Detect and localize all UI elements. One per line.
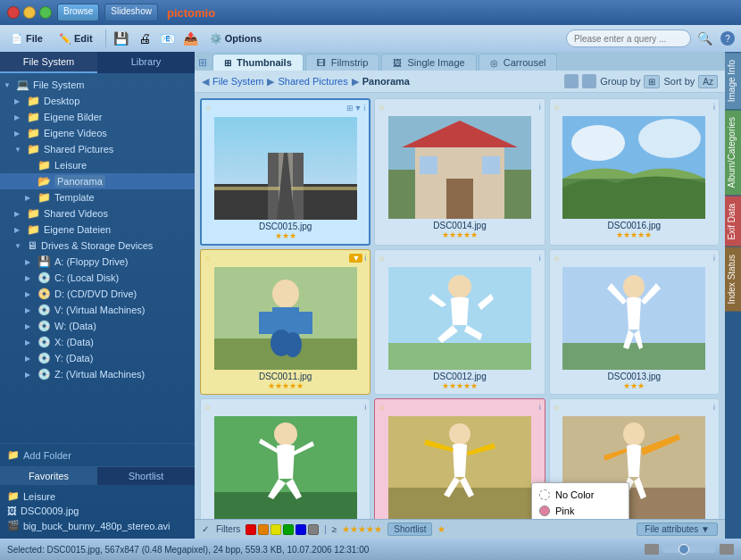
minimize-button[interactable] [23, 6, 36, 19]
breadcrumb-filesystem[interactable]: File System [212, 76, 263, 87]
title-bar: Browse Slideshow pictomio [0, 0, 741, 25]
filter-color-red[interactable] [246, 524, 256, 535]
print-icon[interactable]: 🖨 [135, 29, 154, 48]
tree-item-floppy[interactable]: ▶ 💾 A: (Floppy Drive) [0, 254, 195, 270]
grid-view-icon[interactable]: ⊞ [198, 56, 207, 69]
view-size-icon[interactable] [582, 74, 596, 88]
breadcrumb-shared-pictures[interactable]: Shared Pictures [278, 76, 347, 87]
right-tab-image-info[interactable]: Image Info [725, 52, 741, 109]
zoom-out-icon[interactable] [645, 544, 659, 555]
tree-item-z-drive[interactable]: ▶ 💿 Z: (Virtual Machines) [0, 366, 195, 382]
add-folder-button[interactable]: 📁 Add Folder [0, 443, 195, 466]
image-cell-dsc0013[interactable]: ☆ i DSC0013.jpg ★★★ [549, 249, 720, 395]
zoom-slider[interactable] [662, 546, 716, 553]
image-cell-dsc0014[interactable]: ☆ i DSC0014.jpg ★★★★★ [374, 98, 545, 246]
tree-item-desktop[interactable]: ▶ 📁 Desktop [0, 93, 195, 109]
browse-button[interactable]: Browse [57, 4, 99, 21]
right-tab-index[interactable]: Index Status [725, 247, 741, 312]
tab-file-system[interactable]: File System [0, 52, 97, 73]
cell-info-btn[interactable]: i [713, 403, 715, 412]
tree-item-drives[interactable]: ▼ 🖥 Drives & Storage Devices [0, 238, 195, 254]
shortlist-button[interactable]: Shortlist [387, 522, 432, 536]
group-by-button[interactable]: ⊞ [644, 75, 660, 88]
color-dropdown: No Color Pink Yellow Green [531, 482, 629, 519]
fav-item-leisure[interactable]: 📁 Leisure [0, 489, 195, 504]
cell-header: ☆ i [204, 403, 366, 412]
image-cell-dsc0015[interactable]: ☆ ⊞▼ i [200, 98, 370, 246]
cell-info-btn[interactable]: i [364, 254, 366, 263]
tree-item-shared-pictures[interactable]: ▼ 📁 Shared Pictures [0, 141, 195, 157]
tab-carrousel[interactable]: ◎ Carrousel [479, 54, 558, 71]
svg-rect-22 [299, 312, 312, 334]
cell-info-btn[interactable]: i [713, 254, 715, 263]
fav-item-dsc0009[interactable]: 🖼 DSC0009.jpg [0, 504, 195, 518]
tree-item-x-drive[interactable]: ▶ 💿 X: (Data) [0, 334, 195, 350]
image-cell-dsc0011[interactable]: ☆ ▼ i [200, 249, 370, 395]
label-color-btn[interactable]: ▼ [349, 254, 362, 263]
tree-item-eigene-bilder[interactable]: ▶ 📁 Eigene Bilder [0, 109, 195, 125]
filter-color-orange[interactable] [258, 524, 269, 535]
tree-item-y-drive[interactable]: ▶ 💿 Y: (Data) [0, 350, 195, 366]
share-icon[interactable]: 📤 [181, 29, 201, 48]
shortlist-tab[interactable]: Shortlist [97, 467, 195, 485]
sort-order-button[interactable]: Az [698, 75, 718, 88]
tree-item-c-drive[interactable]: ▶ 💿 C: (Local Disk) [0, 270, 195, 286]
svg-rect-10 [446, 179, 473, 219]
image-cell-dsc0012[interactable]: ☆ i DSC0012.jpg ★★★★★ [374, 249, 545, 395]
back-arrow-icon[interactable]: ◀ [202, 76, 209, 88]
tree-item-v-drive[interactable]: ▶ 💿 V: (Virtual Machines) [0, 302, 195, 318]
cell-info-btn[interactable]: i [539, 254, 541, 263]
maximize-button[interactable] [39, 6, 52, 19]
tree-item-eigene-dateien[interactable]: ▶ 📁 Eigene Dateien [0, 221, 195, 238]
color-option-none[interactable]: No Color [532, 487, 629, 503]
tree-item-template[interactable]: ▶ 📁 Template [0, 189, 195, 205]
cell-menu-btn[interactable]: ⊞▼ [346, 104, 362, 113]
right-tab-exif[interactable]: Exif Data [725, 196, 741, 247]
tab-single-image[interactable]: 🖼 Single Image [381, 54, 476, 71]
tree-item-eigene-videos[interactable]: ▶ 📁 Eigene Videos [0, 125, 195, 141]
zoom-in-icon[interactable] [720, 544, 734, 555]
filter-color-blue[interactable] [296, 524, 306, 535]
tree-item-dvd[interactable]: ▶ 📀 D: (CD/DVD Drive) [0, 286, 195, 302]
breadcrumb: ◀ File System ▶ Shared Pictures ▶ Panora… [195, 71, 725, 93]
file-menu[interactable]: 📄 File [4, 30, 50, 47]
image-cell-dsc0016[interactable]: ☆ i DSC0016.jpg ★★★★★ [549, 98, 720, 246]
save-icon[interactable]: 💾 [112, 29, 131, 48]
filter-color-green[interactable] [283, 524, 294, 535]
filter-color-gray[interactable] [308, 524, 319, 535]
right-tab-album[interactable]: Album/Categories [725, 109, 741, 195]
filter-color-yellow[interactable] [271, 524, 281, 535]
cell-info-btn[interactable]: i [713, 103, 715, 112]
tree-item-filesystem[interactable]: ▼ 💻 File System [0, 77, 195, 93]
cell-info-btn[interactable]: i [539, 403, 541, 412]
tree-item-shared-videos[interactable]: ▶ 📁 Shared Videos [0, 205, 195, 221]
zoom-handle[interactable] [679, 544, 689, 555]
cell-info-btn[interactable]: i [539, 103, 541, 112]
help-icon[interactable]: ? [718, 29, 737, 48]
search-input[interactable] [566, 29, 691, 47]
tab-library[interactable]: Library [97, 52, 195, 73]
close-button[interactable] [7, 6, 20, 19]
tree-item-w-drive[interactable]: ▶ 💿 W: (Data) [0, 318, 195, 334]
cell-info-btn[interactable]: i [363, 104, 365, 113]
slideshow-button[interactable]: Slideshow [104, 4, 158, 21]
edit-menu[interactable]: ✏️ Edit [52, 30, 100, 47]
cell-info-btn[interactable]: i [364, 403, 366, 412]
cell-header: ☆ i [379, 403, 540, 412]
favorites-tab[interactable]: Favorites [0, 467, 97, 485]
image-cell-dsc0009[interactable]: ☆ i DSC0009.jpg ★★★★ [374, 398, 545, 519]
tab-filmstrip[interactable]: 🎞 Filmstrip [305, 54, 380, 71]
image-cell-dsc0008[interactable]: ☆ i DSC0008.jpg ★★★★ [200, 398, 370, 519]
search-icon[interactable]: 🔍 [695, 29, 714, 48]
fav-item-video[interactable]: 🎬 big_buck_bunny_480p_stereo.avi [0, 518, 195, 533]
tree-item-leisure[interactable]: 📁 Leisure [0, 157, 195, 173]
view-color-icon[interactable] [564, 74, 579, 88]
tree-item-panorama[interactable]: 📂 Panorama [0, 173, 195, 189]
breadcrumb-panorama: Panorama [362, 76, 410, 87]
tab-thumbnails[interactable]: ⊞ Thumbnails [212, 54, 304, 71]
email-icon[interactable]: 📧 [158, 29, 178, 48]
file-attributes-button[interactable]: File attributes ▼ [637, 522, 718, 536]
image-stars: ★★★ [623, 381, 645, 390]
color-option-pink[interactable]: Pink [532, 503, 629, 519]
options-menu[interactable]: ⚙️ Options [203, 30, 270, 47]
